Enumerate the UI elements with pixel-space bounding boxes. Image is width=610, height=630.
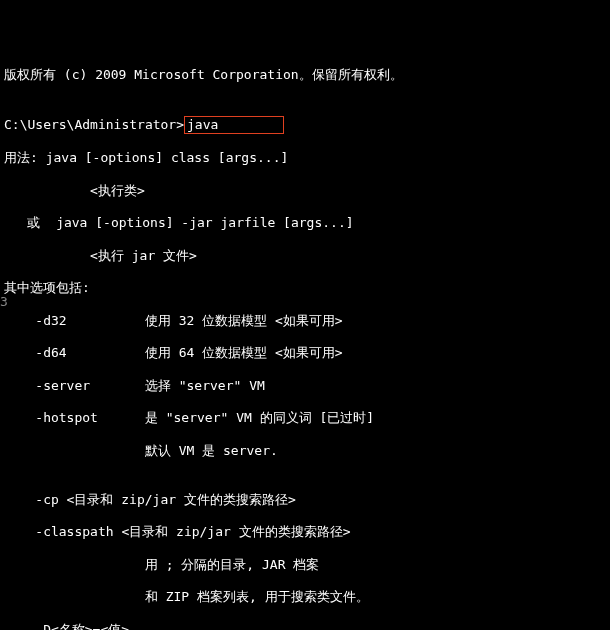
clipped-char: 3: [0, 294, 8, 310]
terminal-line: 或 java [-options] -jar jarfile [args...]: [4, 215, 606, 231]
terminal-line: -d64 使用 64 位数据模型 <如果可用>: [4, 345, 606, 361]
terminal-line: 默认 VM 是 server.: [4, 443, 606, 459]
terminal-line: 用 ; 分隔的目录, JAR 档案: [4, 557, 606, 573]
terminal-line: -d32 使用 32 位数据模型 <如果可用>: [4, 313, 606, 329]
prompt-text: C:\Users\Administrator>: [4, 117, 184, 132]
command-text: java: [187, 117, 218, 132]
terminal-line: -cp <目录和 zip/jar 文件的类搜索路径>: [4, 492, 606, 508]
terminal-line: -server 选择 "server" VM: [4, 378, 606, 394]
terminal-line: -hotspot 是 "server" VM 的同义词 [已过时]: [4, 410, 606, 426]
terminal-line: 和 ZIP 档案列表, 用于搜索类文件。: [4, 589, 606, 605]
terminal-line: <执行 jar 文件>: [4, 248, 606, 264]
prompt-line[interactable]: C:\Users\Administrator>java: [4, 116, 606, 134]
terminal-line: -classpath <目录和 zip/jar 文件的类搜索路径>: [4, 524, 606, 540]
terminal-line: 版权所有 (c) 2009 Microsoft Corporation。保留所有…: [4, 67, 606, 83]
terminal-line: 用法: java [-options] class [args...]: [4, 150, 606, 166]
terminal-line: 其中选项包括:: [4, 280, 606, 296]
command-highlight: java: [184, 116, 284, 134]
terminal-line: <执行类>: [4, 183, 606, 199]
terminal-line: -D<名称>=<值>: [4, 622, 606, 631]
